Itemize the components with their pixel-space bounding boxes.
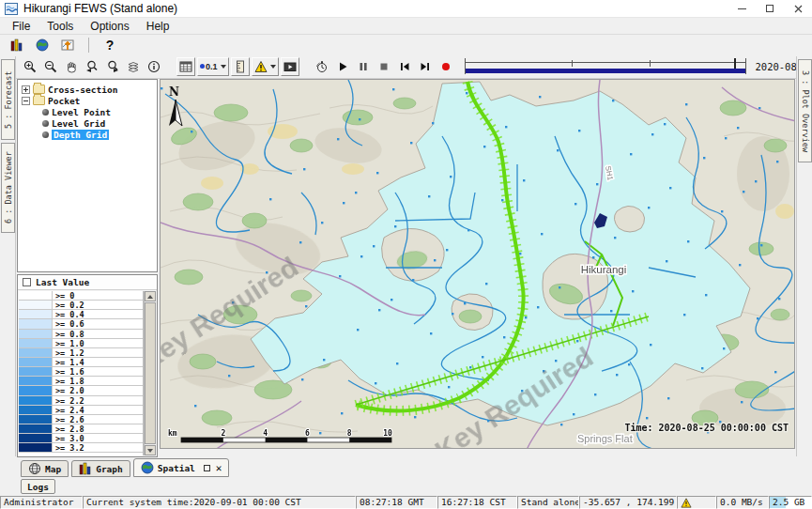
menu-help[interactable]: Help	[138, 20, 178, 33]
legend-row[interactable]: >= 3.0	[19, 434, 143, 443]
legend-row-label: >= 1.8	[53, 377, 84, 385]
legend-row[interactable]: >= 0.2	[19, 301, 143, 310]
wireframe-globe-icon	[28, 462, 41, 475]
minimize-button[interactable]	[728, 0, 756, 17]
go-to-start-button[interactable]	[395, 57, 414, 76]
time-slider-track	[466, 62, 745, 63]
left-panel: Cross-section Pocket Level Point Level G…	[17, 79, 158, 457]
status-memory[interactable]: 2.5 GB	[769, 496, 812, 509]
scale-bar-button[interactable]	[231, 57, 250, 76]
menu-bar: File Tools Options Help	[0, 18, 812, 34]
legend-color-swatch	[19, 415, 53, 424]
go-to-end-button[interactable]	[416, 57, 435, 76]
legend-row[interactable]: >= 0.4	[19, 310, 143, 319]
pan-button[interactable]	[62, 57, 81, 76]
tree-item-level-point[interactable]: Level Point	[18, 106, 157, 117]
right-tab-strip: 3 : Plot Overview	[796, 56, 812, 456]
tree-item-depth-grid[interactable]: Depth Grid	[18, 129, 157, 140]
layers-button[interactable]	[124, 57, 143, 76]
map-view[interactable]: API Key Required API Key Required Hikura…	[160, 79, 795, 449]
tab-maximize-icon[interactable]	[204, 465, 210, 471]
legend-row[interactable]: >= 1.6	[19, 367, 143, 377]
legend-row[interactable]: >= 1.4	[19, 358, 143, 367]
time-navigator: 2020-08-25 00:00:00 CST	[465, 58, 812, 74]
legend-color-swatch	[19, 386, 53, 394]
legend-row[interactable]: >= 0	[19, 291, 143, 301]
tab-map[interactable]: Map	[21, 460, 69, 477]
scroll-up-button[interactable]	[145, 291, 156, 301]
scroll-down-button[interactable]	[145, 445, 156, 455]
time-slider[interactable]	[465, 58, 746, 74]
help-button[interactable]: ?	[100, 36, 119, 54]
expand-icon[interactable]	[22, 85, 30, 94]
tab-data-viewer[interactable]: 6 : Data Viewer	[1, 143, 15, 233]
play-button[interactable]	[333, 57, 352, 76]
legend-row[interactable]: >= 0.6	[19, 319, 143, 329]
maximize-button[interactable]	[756, 0, 784, 17]
stop-button[interactable]	[375, 57, 393, 76]
status-system-time: Current system time:2020-09-01 00:00 CST	[83, 496, 356, 509]
record-button[interactable]	[437, 57, 455, 76]
zoom-out-icon	[44, 60, 57, 73]
tab-plot-overview[interactable]: 3 : Plot Overview	[798, 59, 812, 162]
animation-settings-button[interactable]	[313, 57, 331, 76]
close-icon	[794, 5, 803, 13]
tab-forecast[interactable]: 5 : Forecast	[1, 59, 15, 140]
spatial-display-button[interactable]	[33, 36, 52, 54]
legend-row[interactable]: >= 2.6	[19, 415, 143, 424]
legend-row-label: >= 2.8	[53, 424, 84, 433]
menu-tools[interactable]: Tools	[38, 20, 82, 33]
tree-item-level-grid[interactable]: Level Grid	[18, 117, 157, 129]
legend-row[interactable]: >= 3.2	[19, 443, 143, 453]
tab-spatial[interactable]: Spatial ✕	[133, 458, 230, 477]
zoom-next-button[interactable]	[103, 57, 122, 76]
explorer-button[interactable]	[8, 36, 26, 54]
close-button[interactable]	[784, 0, 812, 17]
menu-options[interactable]: Options	[82, 20, 137, 33]
map-canvas[interactable]: API Key Required API Key Required Hikura…	[161, 80, 795, 449]
legend-row[interactable]: >= 2.2	[19, 396, 143, 406]
legend-row[interactable]: >= 1.8	[19, 377, 143, 386]
status-warning-cell[interactable]	[677, 496, 716, 509]
legend-color-swatch	[19, 301, 53, 309]
legend-row[interactable]: >= 2.0	[19, 386, 143, 395]
tab-close-icon[interactable]: ✕	[216, 462, 222, 474]
legend-scrollbar[interactable]	[144, 291, 156, 455]
ruler-icon	[234, 60, 247, 73]
movie-player-button[interactable]	[281, 57, 299, 76]
legend-row-label: >= 1.0	[53, 339, 84, 347]
legend-row[interactable]: >= 1.0	[19, 339, 143, 348]
time-slider-tick	[572, 60, 573, 67]
status-gmt-time: 08:27:18 GMT	[356, 496, 437, 509]
grid-display-button[interactable]	[176, 57, 195, 76]
zoom-previous-button[interactable]	[83, 57, 101, 76]
menu-file[interactable]: File	[4, 20, 38, 33]
chevron-down-icon	[270, 65, 276, 69]
legend-color-swatch	[19, 319, 53, 328]
logs-button[interactable]: Logs	[21, 479, 55, 494]
zoom-in-button[interactable]	[21, 57, 39, 76]
legend-row[interactable]: >= 2.8	[19, 424, 143, 434]
maximize-icon	[766, 5, 774, 12]
contour-threshold-dropdown[interactable]: 0.1	[197, 57, 229, 76]
last-value-checkbox[interactable]	[23, 278, 31, 286]
import-chart-button[interactable]	[58, 36, 77, 54]
tree-item-pocket[interactable]: Pocket	[18, 95, 157, 106]
legend-row[interactable]: >= 0.8	[19, 330, 143, 339]
zoom-out-button[interactable]	[41, 57, 60, 76]
stopwatch-icon	[315, 60, 329, 73]
time-availability-bar	[466, 69, 745, 73]
warning-dropdown[interactable]	[252, 57, 279, 76]
legend-color-swatch	[19, 396, 53, 405]
bar-chart-icon	[79, 462, 92, 475]
left-tab-strip: 5 : Forecast 6 : Data Viewer	[0, 56, 16, 456]
info-button[interactable]	[145, 57, 163, 76]
pause-button[interactable]	[354, 57, 373, 76]
tab-graph[interactable]: Graph	[71, 460, 130, 477]
collapse-icon[interactable]	[22, 97, 30, 105]
time-slider-thumb[interactable]	[734, 58, 736, 69]
legend-row[interactable]: >= 2.4	[19, 406, 143, 415]
scrollbar-thumb[interactable]	[145, 302, 156, 444]
logs-row: Logs	[17, 477, 812, 496]
legend-row[interactable]: >= 1.2	[19, 348, 143, 358]
